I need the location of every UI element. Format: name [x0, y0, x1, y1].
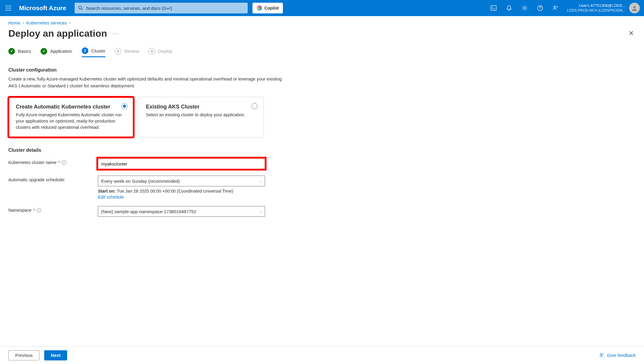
svg-point-5: [554, 6, 556, 8]
global-search[interactable]: [75, 3, 248, 13]
svg-point-0: [78, 6, 81, 9]
svg-point-6: [633, 6, 636, 8]
svg-point-3: [524, 7, 526, 9]
copilot-label: Copilot: [264, 6, 279, 10]
search-input[interactable]: [86, 6, 244, 11]
notifications-icon[interactable]: [503, 1, 516, 15]
feedback-icon[interactable]: [549, 1, 562, 15]
user-email: User1-47751306@LODS...: [567, 3, 625, 8]
user-account[interactable]: User1-47751306@LODS... LODS-PROD-MCA (LO…: [567, 3, 625, 13]
user-tenant: LODS-PROD-MCA (LODSPRODM...: [567, 8, 625, 13]
help-icon[interactable]: [534, 1, 547, 15]
brand-logo[interactable]: Microsoft Azure: [19, 4, 66, 12]
copilot-button[interactable]: Copilot: [252, 3, 283, 13]
svg-rect-2: [491, 6, 496, 10]
hamburger-menu-icon[interactable]: [2, 2, 14, 14]
svg-line-1: [81, 9, 83, 10]
search-icon: [78, 6, 83, 10]
top-bar: Microsoft Azure Copilot User1-47751306@L…: [0, 0, 644, 16]
settings-gear-icon[interactable]: [518, 1, 531, 15]
avatar[interactable]: [629, 3, 640, 13]
cloud-shell-icon[interactable]: [487, 1, 500, 15]
copilot-icon: [257, 5, 262, 11]
